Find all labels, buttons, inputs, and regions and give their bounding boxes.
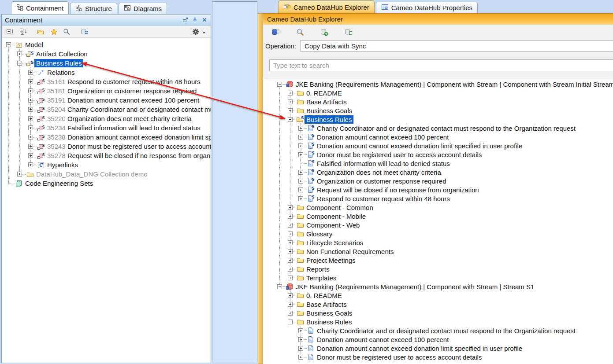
expand-expander-icon[interactable]: [298, 135, 303, 140]
expand-expander-icon[interactable]: [28, 107, 33, 112]
tree-item-label[interactable]: 35238 Donation amount cannot exceed dona…: [45, 133, 211, 141]
collapse-expander-icon[interactable]: [277, 82, 282, 87]
collapse-expander-icon[interactable]: [17, 61, 22, 66]
favorites-button[interactable]: [50, 28, 58, 35]
tree-item-label[interactable]: Request will be closed if no response fr…: [315, 186, 481, 194]
tree-item-label[interactable]: Business Rules: [305, 115, 353, 124]
expand-expander-icon[interactable]: [298, 179, 303, 184]
close-button[interactable]: [201, 17, 208, 23]
expand-expander-icon[interactable]: [288, 223, 293, 228]
collapse-expander-icon[interactable]: [288, 320, 293, 324]
tree-item-label[interactable]: Business Rules: [34, 59, 83, 67]
expand-expander-icon[interactable]: [298, 126, 303, 131]
collapse-expander-icon[interactable]: [277, 284, 282, 289]
tree-item-label[interactable]: Charity Coordinator and or designated co…: [315, 327, 577, 335]
datahub-sync-button[interactable]: [81, 28, 89, 35]
expand-expander-icon[interactable]: [28, 144, 33, 149]
tree-item-label[interactable]: 35234 Falsified information will lead to…: [45, 124, 202, 132]
collapse-expander-icon[interactable]: [6, 42, 11, 47]
expand-expander-icon[interactable]: [288, 99, 293, 104]
tree-item-label[interactable]: Relations: [45, 68, 77, 77]
expand-expander-icon[interactable]: [298, 196, 303, 201]
expand-expander-icon[interactable]: [298, 188, 303, 192]
expand-expander-icon[interactable]: [17, 51, 22, 56]
expand-expander-icon[interactable]: [288, 91, 293, 96]
float-button[interactable]: [182, 17, 188, 23]
pin-button[interactable]: [192, 17, 198, 23]
tree-item-label[interactable]: Donation amount cannot exceed donation l…: [315, 344, 524, 353]
tree-item-label[interactable]: 0. README: [305, 291, 344, 300]
tree-item-label[interactable]: Model: [23, 40, 45, 49]
tree-item-label[interactable]: Non Functional Requirements: [305, 247, 395, 256]
tab-cameo-datahub-properties[interactable]: Cameo DataHub Properties: [376, 2, 478, 13]
quick-search-button[interactable]: [63, 28, 70, 35]
tree-item-label[interactable]: 35220 Organization does not meet charity…: [45, 114, 193, 123]
tree-item-label[interactable]: 35161 Respond to customer request within…: [45, 77, 202, 86]
expand-expander-icon[interactable]: [28, 88, 33, 93]
expand-expander-icon[interactable]: [28, 153, 33, 158]
expand-expander-icon[interactable]: [288, 240, 293, 245]
tree-item-label[interactable]: Donor must be registered user to access …: [315, 151, 483, 159]
expand-expander-icon[interactable]: [288, 214, 293, 219]
collapse-expander-icon[interactable]: [288, 117, 293, 122]
tree-item-label[interactable]: Hyperlinks: [45, 161, 80, 169]
tree-item-label[interactable]: Donation amount cannot exceed 100 percen…: [315, 133, 450, 141]
tree-item-label[interactable]: Artifact Collection: [34, 50, 89, 58]
expand-expander-icon[interactable]: [28, 79, 33, 84]
tree-item-label[interactable]: Base Artifacts: [305, 98, 349, 106]
tree-item-label[interactable]: 35204 Charity Coordinator and or designa…: [45, 105, 211, 114]
expand-expander-icon[interactable]: [28, 70, 33, 75]
expand-expander-icon[interactable]: [298, 337, 303, 342]
sync-data-button[interactable]: [344, 28, 353, 36]
tab-cameo-datahub-explorer[interactable]: Cameo DataHub Explorer: [278, 0, 375, 13]
tree-item-label[interactable]: Component - Mobile: [305, 212, 368, 221]
expand-expander-icon[interactable]: [298, 355, 303, 360]
tree-item-label[interactable]: Templates: [305, 274, 338, 282]
expand-expander-icon[interactable]: [288, 205, 293, 210]
tree-item-label[interactable]: 35243 Donor must be registered user to a…: [45, 142, 211, 151]
tree-item-label[interactable]: Charity Coordinator and or designated co…: [315, 124, 577, 132]
tree-item-label[interactable]: 0. README: [305, 89, 344, 97]
expand-expander-icon[interactable]: [298, 346, 303, 351]
expand-expander-icon[interactable]: [28, 116, 33, 121]
expand-expander-icon[interactable]: [28, 98, 33, 103]
tree-item-label[interactable]: Business Goals: [305, 107, 354, 115]
tree-item-label[interactable]: 35191 Donation amount cannot exceed 100 …: [45, 96, 201, 104]
expand-expander-icon[interactable]: [288, 249, 293, 254]
data-source-button[interactable]: [271, 28, 280, 36]
tree-item-label[interactable]: Glossary: [305, 230, 334, 238]
tab-diagrams[interactable]: Diagrams: [119, 3, 167, 14]
tree-item-label[interactable]: DataHub_Data_DNG Collection demo: [34, 170, 149, 178]
expand-expander-icon[interactable]: [288, 258, 293, 263]
expand-expander-icon[interactable]: [288, 293, 293, 298]
find-button[interactable]: [296, 28, 304, 36]
expand-expander-icon[interactable]: [288, 267, 293, 272]
copy-data-button[interactable]: [320, 28, 328, 36]
expand-expander-icon[interactable]: [298, 143, 303, 148]
open-diagram-button[interactable]: [37, 28, 45, 35]
tree-item-label[interactable]: JKE Banking (Requirements Management) | …: [294, 80, 613, 88]
tree-item-label[interactable]: Component - Web: [305, 221, 361, 229]
expand-expander-icon[interactable]: [288, 311, 293, 316]
tree-item-label[interactable]: Base Artifacts: [305, 300, 349, 309]
expand-expander-icon[interactable]: [298, 170, 303, 175]
tree-item-label[interactable]: Lifecycle Scenarios: [305, 239, 365, 247]
tree-item-label[interactable]: Component - Common: [305, 203, 375, 212]
tree-item-label[interactable]: Organization does not meet charity crite…: [315, 168, 443, 176]
tree-item-label[interactable]: Project Meetings: [305, 256, 357, 265]
expand-expander-icon[interactable]: [288, 276, 293, 280]
tree-item-label[interactable]: Reports: [305, 265, 331, 273]
tree-item-label[interactable]: Falsified information will lead to denie…: [315, 159, 452, 168]
collapse-all-button[interactable]: [6, 28, 14, 35]
expand-expander-icon[interactable]: [28, 135, 33, 140]
expand-expander-icon[interactable]: [288, 232, 293, 236]
tree-item-label[interactable]: Respond to customer request within 48 ho…: [315, 195, 452, 203]
operation-combobox[interactable]: Copy Data with Sync: [301, 40, 613, 52]
expand-expander-icon[interactable]: [17, 172, 22, 176]
expand-expander-icon[interactable]: [288, 302, 293, 307]
tree-item-label[interactable]: 35278 Request will be closed if no respo…: [45, 151, 211, 160]
tab-structure[interactable]: Structure: [70, 3, 117, 14]
tab-containment[interactable]: Containment: [11, 1, 69, 14]
expand-expander-icon[interactable]: [298, 328, 303, 333]
expand-expander-icon[interactable]: [298, 152, 303, 157]
